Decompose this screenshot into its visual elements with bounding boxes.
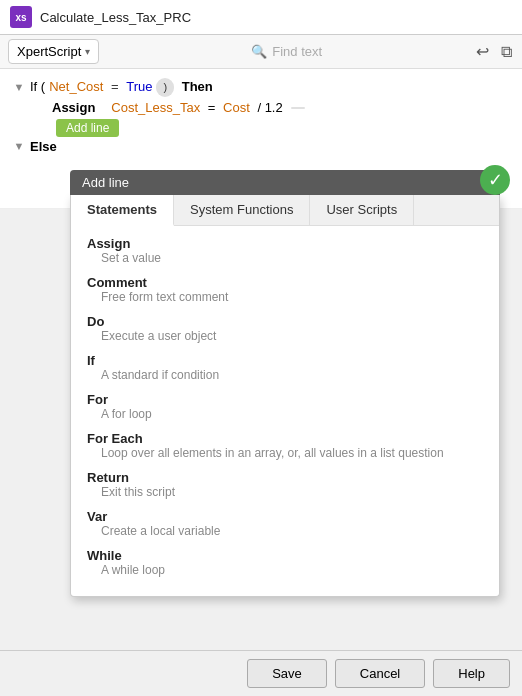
add-line-if-button[interactable]: Add line (56, 119, 119, 137)
stmt-for-each[interactable]: For Each Loop over all elements in an ar… (87, 431, 483, 460)
search-icon: 🔍 (251, 44, 267, 59)
code-line-else: ▼ Else (12, 137, 510, 158)
copy-button[interactable]: ⧉ (499, 41, 514, 63)
collapse-else-icon[interactable]: ▼ (12, 138, 26, 156)
net-cost-tag: ) (156, 78, 174, 98)
stmt-if[interactable]: If A standard if condition (87, 353, 483, 382)
help-button[interactable]: Help (433, 659, 510, 688)
stmt-var[interactable]: Var Create a local variable (87, 509, 483, 538)
cancel-button[interactable]: Cancel (335, 659, 425, 688)
search-placeholder: Find text (272, 44, 322, 59)
popup-body: Statements System Functions User Scripts… (70, 195, 500, 597)
search-area[interactable]: 🔍 Find text (251, 44, 322, 59)
stmt-return[interactable]: Return Exit this script (87, 470, 483, 499)
xpertscript-dropdown[interactable]: XpertScript ▾ (8, 39, 99, 64)
popup-header: Add line ✓ (70, 170, 500, 195)
chevron-down-icon: ▾ (85, 46, 90, 57)
cost-tag (291, 107, 305, 109)
bottom-bar: Save Cancel Help (0, 650, 522, 696)
tab-user-scripts[interactable]: User Scripts (310, 195, 414, 225)
popup-check-button[interactable]: ✓ (480, 165, 510, 195)
check-icon: ✓ (488, 169, 503, 191)
collapse-if-icon[interactable]: ▼ (12, 79, 26, 97)
save-button[interactable]: Save (247, 659, 327, 688)
code-line-if: ▼ If ( Net_Cost = True ) Then (12, 77, 510, 98)
app-icon: xs (10, 6, 32, 28)
title-bar: xs Calculate_Less_Tax_PRC (0, 0, 522, 35)
stmt-for[interactable]: For A for loop (87, 392, 483, 421)
add-line-if-row: Add line (12, 119, 510, 137)
popup-content: Assign Set a value Comment Free form tex… (71, 226, 499, 596)
tab-system-functions[interactable]: System Functions (174, 195, 310, 225)
toolbar: XpertScript ▾ 🔍 Find text ↩ ⧉ (0, 35, 522, 69)
popup-title: Add line (82, 175, 129, 190)
stmt-do[interactable]: Do Execute a user object (87, 314, 483, 343)
stmt-while[interactable]: While A while loop (87, 548, 483, 577)
tab-statements[interactable]: Statements (71, 195, 174, 226)
code-line-assign: Assign Cost_Less_Tax = Cost / 1.2 (12, 98, 510, 119)
window-title: Calculate_Less_Tax_PRC (40, 10, 191, 25)
toolbar-icons: ↩ ⧉ (474, 40, 514, 63)
stmt-assign[interactable]: Assign Set a value (87, 236, 483, 265)
popup-tabs: Statements System Functions User Scripts (71, 195, 499, 226)
add-line-popup: Add line ✓ Statements System Functions U… (70, 170, 500, 597)
back-button[interactable]: ↩ (474, 40, 491, 63)
dropdown-label: XpertScript (17, 44, 81, 59)
stmt-comment[interactable]: Comment Free form text comment (87, 275, 483, 304)
